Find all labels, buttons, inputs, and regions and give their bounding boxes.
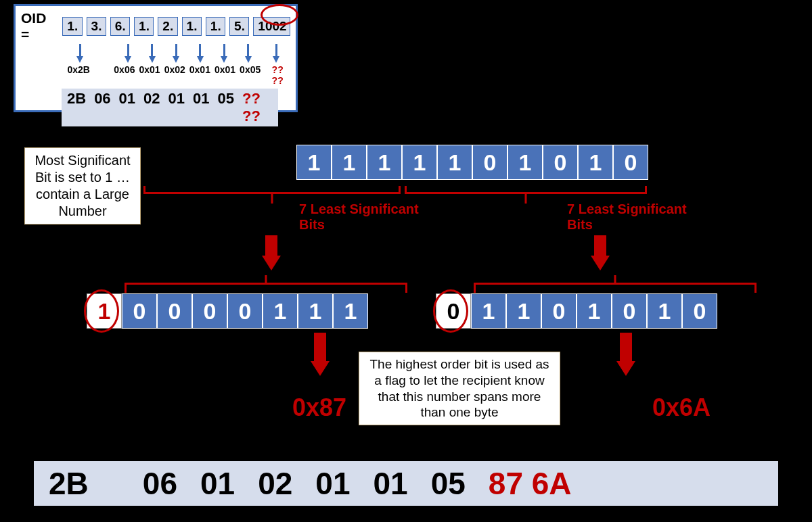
hex-label: 0x06 — [114, 64, 135, 86]
bit: 0 — [472, 145, 508, 180]
bit: 1 — [578, 145, 613, 180]
final-byte: 06 — [143, 465, 177, 502]
final-byte: 01 — [315, 465, 350, 502]
byte: 01 — [119, 90, 135, 125]
byte1-row: 1 0 0 0 0 1 1 1 — [87, 293, 368, 329]
bit: 0 — [543, 145, 578, 180]
oid-label: OID = — [21, 10, 57, 43]
bit: 1 — [296, 145, 332, 180]
byte: 2B — [67, 90, 86, 125]
bit: 1 — [577, 293, 612, 329]
hex-label: 0x02 — [164, 64, 185, 86]
final-byte: 01 — [200, 465, 235, 502]
bit: 0 — [227, 293, 263, 329]
bracket-over-byte1 — [125, 283, 407, 285]
msb-note: Most Significant Bit is set to 1 … conta… — [24, 147, 141, 224]
byte1-flag-bit: 1 — [87, 293, 122, 329]
oid-byte-row: 2B 06 01 02 01 01 05 ?? ?? — [62, 89, 278, 126]
bit: 1 — [647, 293, 682, 329]
byte: 05 — [218, 90, 234, 125]
bit: 1 — [402, 145, 437, 180]
byte-unknown: ?? ?? — [242, 90, 273, 125]
final-byte: 01 — [374, 465, 408, 502]
arrow-byte1-hex — [314, 333, 330, 376]
oid-arrows — [64, 44, 290, 63]
oid-part: 5. — [229, 17, 249, 36]
bit: 0 — [541, 293, 577, 329]
caption-7lsb-right: 7 Least Significant Bits — [567, 201, 696, 233]
hex-label-unknown: ?? ?? — [265, 64, 290, 86]
bracket-left — [143, 192, 401, 194]
caption-7lsb-left: 7 Least Significant Bits — [299, 201, 428, 233]
oid-hex-row: 0x2B 0x06 0x01 0x02 0x01 0x01 0x05 ?? ?? — [64, 64, 290, 86]
bit: 1 — [508, 145, 543, 180]
byte: 01 — [168, 90, 185, 125]
bit: 1 — [333, 293, 368, 329]
byte: 02 — [143, 90, 160, 125]
bit: 0 — [682, 293, 717, 329]
oid-part: 6. — [110, 17, 130, 36]
final-byte-bar: 2B 06 01 02 01 01 05 87 6A — [34, 461, 778, 506]
bit: 1 — [332, 145, 367, 180]
final-byte: 2B — [49, 465, 89, 502]
oid-part: 2. — [158, 17, 177, 36]
byte1-hex: 0x87 — [292, 394, 346, 422]
byte: 06 — [94, 90, 110, 125]
hex-label: 0x01 — [189, 64, 210, 86]
bracket-right — [405, 192, 647, 194]
byte: 01 — [193, 90, 209, 125]
final-byte: 02 — [258, 465, 292, 502]
arrow-to-byte2 — [594, 235, 610, 270]
bit: 0 — [613, 145, 648, 180]
bit: 1 — [263, 293, 298, 329]
arrow-to-byte1 — [265, 235, 281, 270]
bit: 0 — [157, 293, 192, 329]
bit: 1 — [367, 145, 402, 180]
byte2-hex: 0x6A — [652, 394, 710, 422]
oid-part: 3. — [87, 17, 106, 36]
hex-label: 0x01 — [215, 64, 235, 86]
binary-1002: 1 1 1 1 1 0 1 0 1 0 — [296, 145, 648, 180]
hex-label: 0x01 — [139, 64, 160, 86]
arrow-byte2-hex — [620, 333, 635, 376]
oid-part: 1. — [182, 17, 202, 36]
oid-part: 1. — [134, 17, 154, 36]
bit: 0 — [612, 293, 647, 329]
flag-note: The highest order bit is used as a flag … — [359, 352, 560, 425]
oid-row: OID = 1. 3. 6. 1. 2. 1. 1. 5. 1002 — [21, 10, 290, 43]
bit: 0 — [122, 293, 157, 329]
hex-label: 0x05 — [240, 64, 261, 86]
hex-label: 0x2B — [64, 64, 93, 86]
oid-part: 1. — [62, 17, 82, 36]
oid-part-large: 1002 — [253, 17, 290, 36]
bit: 1 — [437, 145, 472, 180]
oid-part: 1. — [206, 17, 225, 36]
oid-panel: OID = 1. 3. 6. 1. 2. 1. 1. 5. 1002 0x2B … — [14, 4, 298, 112]
byte2-flag-bit: 0 — [436, 293, 471, 329]
bit: 1 — [471, 293, 506, 329]
bit: 1 — [298, 293, 333, 329]
byte2-row: 0 1 1 0 1 0 1 0 — [436, 293, 717, 329]
bracket-over-byte2 — [474, 283, 757, 285]
final-byte: 05 — [431, 465, 466, 502]
bit: 1 — [506, 293, 541, 329]
bit: 0 — [192, 293, 227, 329]
final-byte-encoded: 87 6A — [489, 465, 572, 502]
